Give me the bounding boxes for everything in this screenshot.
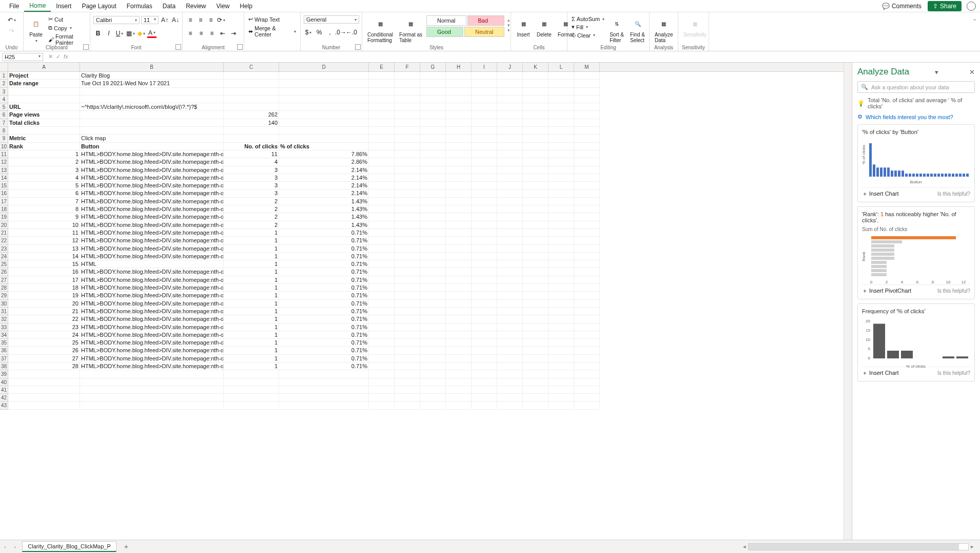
cell[interactable] [395, 189, 420, 197]
cell[interactable] [446, 394, 472, 402]
cell[interactable] [446, 88, 472, 96]
cell[interactable]: Click map [80, 135, 224, 142]
cell[interactable] [369, 135, 395, 142]
align-left-icon[interactable]: ≡ [186, 29, 195, 38]
cell[interactable] [548, 394, 574, 402]
cell[interactable] [369, 394, 395, 402]
cell[interactable]: 1 [8, 150, 80, 158]
cell[interactable] [369, 237, 395, 244]
cell[interactable]: 0.71% [279, 245, 369, 253]
cell[interactable] [497, 315, 523, 323]
row-header[interactable]: 10 [0, 143, 8, 150]
cell[interactable] [369, 300, 395, 308]
cell[interactable] [548, 119, 574, 127]
cell[interactable]: 1.43% [279, 205, 369, 213]
cell[interactable]: 5 [8, 182, 80, 189]
cell[interactable] [497, 347, 523, 354]
cell[interactable] [497, 189, 523, 197]
cell[interactable] [497, 198, 523, 205]
cell[interactable] [472, 143, 497, 150]
cell[interactable] [497, 268, 523, 276]
cell[interactable]: Rank [8, 143, 80, 150]
cell[interactable] [497, 88, 523, 96]
cell[interactable] [420, 143, 446, 150]
cell[interactable]: 0.71% [279, 260, 369, 268]
cell[interactable]: 0.71% [279, 308, 369, 315]
row-header[interactable]: 15 [0, 182, 8, 189]
cell[interactable] [548, 386, 574, 394]
cell[interactable]: 1 [224, 229, 279, 237]
cell[interactable] [395, 276, 420, 284]
cell[interactable] [8, 88, 80, 96]
cell[interactable]: 1 [224, 260, 279, 268]
cell[interactable] [574, 394, 600, 402]
style-neutral[interactable]: Neutral [464, 27, 504, 37]
col-M[interactable]: M [574, 63, 600, 71]
cell[interactable] [369, 127, 395, 135]
row-header[interactable]: 43 [0, 402, 8, 409]
cell[interactable] [574, 276, 600, 284]
cell[interactable] [497, 111, 523, 119]
cell[interactable] [369, 205, 395, 213]
cell[interactable] [80, 127, 224, 135]
cell[interactable] [420, 347, 446, 354]
cell[interactable] [279, 135, 369, 142]
cell[interactable]: HTML>BODY.home.blog.hfeed>DIV.site.homep… [80, 221, 224, 229]
cell[interactable] [369, 150, 395, 158]
cell[interactable] [8, 378, 80, 386]
cell[interactable] [548, 229, 574, 237]
cell[interactable] [446, 111, 472, 119]
menu-formulas[interactable]: Formulas [122, 1, 158, 11]
cell[interactable] [279, 386, 369, 394]
cell[interactable] [548, 182, 574, 189]
cell[interactable] [548, 174, 574, 182]
align-center-icon[interactable]: ≡ [197, 29, 206, 38]
row-header[interactable]: 4 [0, 96, 8, 103]
cell[interactable] [472, 323, 497, 331]
pane-close-icon[interactable]: ✕ [969, 68, 975, 76]
cell[interactable] [420, 189, 446, 197]
cell[interactable] [472, 158, 497, 166]
cell[interactable]: 2 [224, 198, 279, 205]
cell[interactable] [497, 182, 523, 189]
cell[interactable] [446, 205, 472, 213]
style-good[interactable]: Good [426, 27, 463, 37]
insert-pivotchart[interactable]: ＋ Insert PivotChart [862, 287, 911, 295]
cell[interactable] [369, 284, 395, 292]
feedback-icon[interactable] [967, 2, 976, 11]
cell[interactable] [395, 308, 420, 315]
clear-button[interactable]: ◇Clear▾ [571, 31, 605, 39]
cell[interactable]: 0.71% [279, 292, 369, 299]
analyze-data-button[interactable]: ▦Analyze Data [653, 15, 675, 44]
cell[interactable] [446, 268, 472, 276]
cell[interactable]: 1 [224, 363, 279, 370]
cell[interactable]: Tue Oct 19 2021-Wed Nov 17 2021 [80, 80, 224, 87]
cell[interactable] [548, 80, 574, 87]
cell[interactable] [279, 127, 369, 135]
cell[interactable] [523, 260, 548, 268]
cell[interactable]: 15 [8, 260, 80, 268]
align-middle-icon[interactable]: ≡ [196, 15, 205, 25]
enter-fx-icon[interactable]: ✓ [56, 53, 61, 60]
cell[interactable] [224, 402, 279, 409]
cell[interactable] [548, 127, 574, 135]
cell[interactable] [369, 347, 395, 354]
cell[interactable] [472, 88, 497, 96]
cell[interactable] [369, 158, 395, 166]
cell[interactable] [574, 96, 600, 103]
cell[interactable] [224, 103, 279, 111]
cell[interactable]: HTML>BODY.home.blog.hfeed>DIV.site.homep… [80, 323, 224, 331]
cell[interactable]: 20 [8, 300, 80, 308]
row-header[interactable]: 2 [0, 80, 8, 87]
menu-view[interactable]: View [211, 1, 235, 11]
cell[interactable] [446, 72, 472, 80]
cell[interactable] [446, 370, 472, 378]
cell[interactable] [497, 237, 523, 244]
cell[interactable]: HTML>BODY.home.blog.hfeed>DIV.site.homep… [80, 331, 224, 339]
cell[interactable] [548, 323, 574, 331]
cell[interactable] [420, 370, 446, 378]
cell[interactable]: 0.71% [279, 347, 369, 354]
cell[interactable] [8, 96, 80, 103]
cell[interactable]: 1 [224, 300, 279, 308]
cell[interactable] [395, 347, 420, 354]
